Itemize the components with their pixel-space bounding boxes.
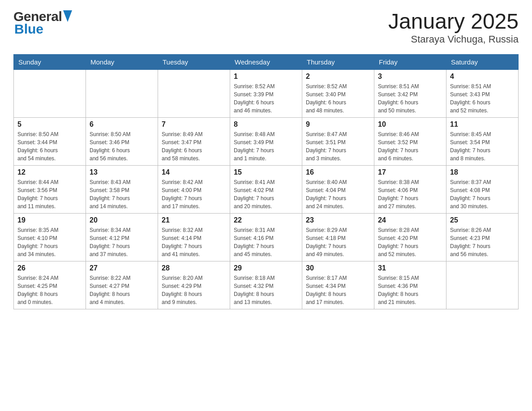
day-of-week-header: Friday — [374, 55, 446, 70]
day-number: 26 — [17, 264, 82, 272]
day-number: 17 — [378, 168, 442, 176]
calendar-cell: 27Sunrise: 8:22 AM Sunset: 4:27 PM Dayli… — [86, 261, 158, 309]
calendar-cell: 17Sunrise: 8:38 AM Sunset: 4:06 PM Dayli… — [374, 166, 446, 214]
day-info: Sunrise: 8:32 AM Sunset: 4:14 PM Dayligh… — [162, 226, 226, 258]
day-info: Sunrise: 8:31 AM Sunset: 4:16 PM Dayligh… — [234, 226, 298, 258]
calendar-cell: 13Sunrise: 8:43 AM Sunset: 3:58 PM Dayli… — [86, 166, 158, 214]
day-info: Sunrise: 8:15 AM Sunset: 4:36 PM Dayligh… — [378, 274, 442, 306]
calendar-cell — [14, 70, 86, 118]
day-info: Sunrise: 8:50 AM Sunset: 3:46 PM Dayligh… — [90, 130, 154, 163]
day-number: 9 — [306, 120, 370, 128]
calendar-header-row: SundayMondayTuesdayWednesdayThursdayFrid… — [14, 55, 519, 70]
calendar-cell: 7Sunrise: 8:49 AM Sunset: 3:47 PM Daylig… — [158, 118, 230, 166]
calendar-cell: 18Sunrise: 8:37 AM Sunset: 4:08 PM Dayli… — [446, 166, 519, 214]
calendar-cell: 19Sunrise: 8:35 AM Sunset: 4:10 PM Dayli… — [14, 214, 86, 261]
day-info: Sunrise: 8:51 AM Sunset: 3:42 PM Dayligh… — [378, 82, 442, 115]
calendar-cell: 10Sunrise: 8:46 AM Sunset: 3:52 PM Dayli… — [374, 118, 446, 166]
day-of-week-header: Wednesday — [230, 55, 302, 70]
day-info: Sunrise: 8:28 AM Sunset: 4:20 PM Dayligh… — [378, 226, 442, 258]
day-info: Sunrise: 8:38 AM Sunset: 4:06 PM Dayligh… — [378, 178, 442, 210]
day-number: 28 — [162, 264, 226, 272]
calendar-cell: 20Sunrise: 8:34 AM Sunset: 4:12 PM Dayli… — [86, 214, 158, 261]
day-info: Sunrise: 8:46 AM Sunset: 3:52 PM Dayligh… — [378, 130, 442, 163]
calendar-cell — [446, 261, 519, 309]
day-info: Sunrise: 8:18 AM Sunset: 4:32 PM Dayligh… — [234, 274, 298, 306]
calendar-cell: 28Sunrise: 8:20 AM Sunset: 4:29 PM Dayli… — [158, 261, 230, 309]
day-info: Sunrise: 8:52 AM Sunset: 3:39 PM Dayligh… — [234, 82, 298, 115]
calendar-week-row: 5Sunrise: 8:50 AM Sunset: 3:44 PM Daylig… — [14, 118, 519, 166]
day-info: Sunrise: 8:51 AM Sunset: 3:43 PM Dayligh… — [450, 82, 515, 115]
calendar-subtitle: Staraya Vichuga, Russia — [388, 34, 519, 45]
day-info: Sunrise: 8:41 AM Sunset: 4:02 PM Dayligh… — [234, 178, 298, 210]
day-info: Sunrise: 8:49 AM Sunset: 3:47 PM Dayligh… — [162, 130, 226, 163]
day-info: Sunrise: 8:40 AM Sunset: 4:04 PM Dayligh… — [306, 178, 370, 210]
calendar-cell: 21Sunrise: 8:32 AM Sunset: 4:14 PM Dayli… — [158, 214, 230, 261]
day-info: Sunrise: 8:47 AM Sunset: 3:51 PM Dayligh… — [306, 130, 370, 163]
calendar-cell: 1Sunrise: 8:52 AM Sunset: 3:39 PM Daylig… — [230, 70, 302, 118]
day-number: 6 — [90, 120, 154, 128]
page-header: General Blue January 2025 Staraya Vichug… — [13, 9, 519, 45]
calendar-cell: 30Sunrise: 8:17 AM Sunset: 4:34 PM Dayli… — [302, 261, 374, 309]
logo-blue-text: Blue — [14, 21, 43, 37]
calendar-cell: 12Sunrise: 8:44 AM Sunset: 3:56 PM Dayli… — [14, 166, 86, 214]
day-info: Sunrise: 8:17 AM Sunset: 4:34 PM Dayligh… — [306, 274, 370, 306]
day-number: 30 — [306, 264, 370, 272]
day-of-week-header: Monday — [86, 55, 158, 70]
calendar-cell — [86, 70, 158, 118]
calendar-week-row: 1Sunrise: 8:52 AM Sunset: 3:39 PM Daylig… — [14, 70, 519, 118]
day-number: 2 — [306, 73, 370, 81]
day-info: Sunrise: 8:34 AM Sunset: 4:12 PM Dayligh… — [90, 226, 154, 258]
day-info: Sunrise: 8:22 AM Sunset: 4:27 PM Dayligh… — [90, 274, 154, 306]
day-info: Sunrise: 8:44 AM Sunset: 3:56 PM Dayligh… — [17, 178, 82, 210]
day-info: Sunrise: 8:52 AM Sunset: 3:40 PM Dayligh… — [306, 82, 370, 115]
day-of-week-header: Sunday — [14, 55, 86, 70]
calendar-cell: 9Sunrise: 8:47 AM Sunset: 3:51 PM Daylig… — [302, 118, 374, 166]
day-number: 4 — [450, 73, 515, 81]
calendar-cell: 6Sunrise: 8:50 AM Sunset: 3:46 PM Daylig… — [86, 118, 158, 166]
day-number: 15 — [234, 168, 298, 176]
calendar-cell: 3Sunrise: 8:51 AM Sunset: 3:42 PM Daylig… — [374, 70, 446, 118]
day-info: Sunrise: 8:43 AM Sunset: 3:58 PM Dayligh… — [90, 178, 154, 210]
calendar-week-row: 26Sunrise: 8:24 AM Sunset: 4:25 PM Dayli… — [14, 261, 519, 309]
calendar-week-row: 19Sunrise: 8:35 AM Sunset: 4:10 PM Dayli… — [14, 214, 519, 261]
calendar-cell: 29Sunrise: 8:18 AM Sunset: 4:32 PM Dayli… — [230, 261, 302, 309]
day-info: Sunrise: 8:45 AM Sunset: 3:54 PM Dayligh… — [450, 130, 515, 163]
day-info: Sunrise: 8:24 AM Sunset: 4:25 PM Dayligh… — [17, 274, 82, 306]
title-block: January 2025 Staraya Vichuga, Russia — [388, 9, 519, 45]
day-info: Sunrise: 8:50 AM Sunset: 3:44 PM Dayligh… — [17, 130, 82, 163]
day-number: 5 — [17, 120, 82, 128]
day-of-week-header: Saturday — [446, 55, 519, 70]
day-number: 29 — [234, 264, 298, 272]
logo: General Blue — [13, 9, 72, 37]
day-info: Sunrise: 8:35 AM Sunset: 4:10 PM Dayligh… — [17, 226, 82, 258]
day-number: 31 — [378, 264, 442, 272]
day-number: 13 — [90, 168, 154, 176]
day-info: Sunrise: 8:29 AM Sunset: 4:18 PM Dayligh… — [306, 226, 370, 258]
calendar-cell: 11Sunrise: 8:45 AM Sunset: 3:54 PM Dayli… — [446, 118, 519, 166]
calendar-cell — [158, 70, 230, 118]
day-number: 27 — [90, 264, 154, 272]
calendar-cell: 25Sunrise: 8:26 AM Sunset: 4:23 PM Dayli… — [446, 214, 519, 261]
calendar-cell: 22Sunrise: 8:31 AM Sunset: 4:16 PM Dayli… — [230, 214, 302, 261]
day-number: 19 — [17, 216, 82, 224]
day-info: Sunrise: 8:20 AM Sunset: 4:29 PM Dayligh… — [162, 274, 226, 306]
day-info: Sunrise: 8:48 AM Sunset: 3:49 PM Dayligh… — [234, 130, 298, 163]
calendar-cell: 31Sunrise: 8:15 AM Sunset: 4:36 PM Dayli… — [374, 261, 446, 309]
day-number: 1 — [234, 73, 298, 81]
calendar-cell: 24Sunrise: 8:28 AM Sunset: 4:20 PM Dayli… — [374, 214, 446, 261]
calendar-cell: 8Sunrise: 8:48 AM Sunset: 3:49 PM Daylig… — [230, 118, 302, 166]
day-number: 21 — [162, 216, 226, 224]
calendar-title: January 2025 — [388, 9, 519, 34]
calendar-cell: 2Sunrise: 8:52 AM Sunset: 3:40 PM Daylig… — [302, 70, 374, 118]
day-number: 23 — [306, 216, 370, 224]
calendar-cell: 23Sunrise: 8:29 AM Sunset: 4:18 PM Dayli… — [302, 214, 374, 261]
day-number: 10 — [378, 120, 442, 128]
calendar-cell: 26Sunrise: 8:24 AM Sunset: 4:25 PM Dayli… — [14, 261, 86, 309]
day-number: 7 — [162, 120, 226, 128]
day-number: 8 — [234, 120, 298, 128]
day-of-week-header: Thursday — [302, 55, 374, 70]
calendar-cell: 15Sunrise: 8:41 AM Sunset: 4:02 PM Dayli… — [230, 166, 302, 214]
day-info: Sunrise: 8:42 AM Sunset: 4:00 PM Dayligh… — [162, 178, 226, 210]
day-number: 3 — [378, 73, 442, 81]
day-info: Sunrise: 8:37 AM Sunset: 4:08 PM Dayligh… — [450, 178, 515, 210]
